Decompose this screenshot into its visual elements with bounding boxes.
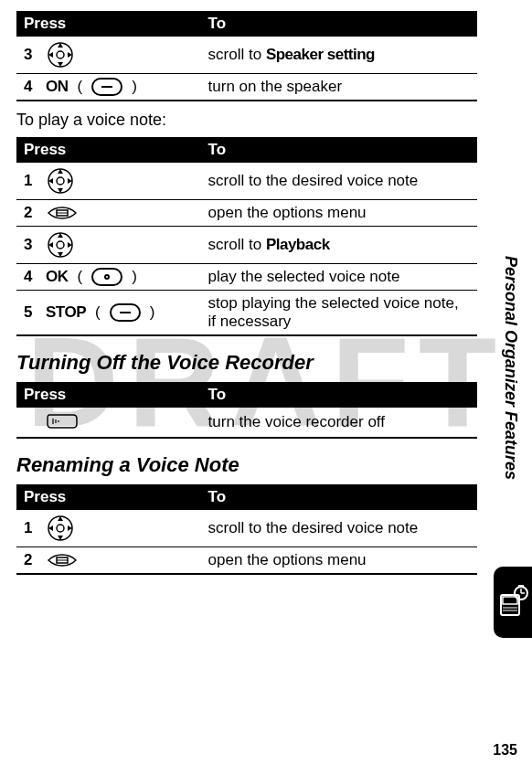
table-row: 4 ON ( ) turn on the speaker: [16, 74, 477, 101]
svg-point-15: [57, 241, 64, 249]
col-to: To: [201, 11, 477, 37]
step-number: 2: [24, 551, 37, 569]
action-text: scroll to: [208, 236, 266, 253]
step-number: 3: [24, 46, 37, 64]
step-number: 4: [24, 268, 37, 286]
action-text: scroll to the desired voice note: [201, 163, 477, 200]
nav-4way-icon: [46, 40, 75, 69]
step-number: 2: [24, 204, 37, 222]
softkey-label: OK: [46, 268, 69, 286]
step-number: 1: [24, 519, 37, 537]
svg-rect-32: [503, 597, 517, 604]
section-title-vertical: Personal Organizer Features: [501, 256, 520, 480]
paren: ): [132, 78, 137, 96]
paren: ): [150, 303, 155, 322]
table-row: 1 scroll to the desired voice note: [16, 163, 477, 200]
paren: (: [78, 268, 83, 286]
play-intro-text: To play a voice note:: [16, 111, 477, 130]
nav-4way-icon: [46, 166, 75, 196]
action-text: turn the voice recorder off: [201, 408, 477, 438]
table-row: 4 OK ( ) play the selected voice note: [16, 264, 477, 291]
action-text: play the selected voice note: [201, 264, 477, 291]
col-to: To: [201, 382, 477, 408]
instruction-table-3: Press To turn the voice recorder off: [16, 382, 477, 439]
action-text: scroll to: [208, 46, 266, 63]
table-row: 1 scroll to the desired voice note: [16, 510, 477, 547]
instruction-table-4: Press To 1 scroll to the desired voice n…: [16, 484, 477, 575]
table-row: 5 STOP ( ) stop playing the selected voi…: [16, 291, 477, 336]
page-content: Press To 3 scroll to Speaker setting: [0, 0, 532, 593]
svg-point-24: [57, 525, 64, 532]
table-row: 3 scroll to Speaker setting: [16, 37, 477, 74]
action-text: turn on the speaker: [201, 74, 477, 101]
menu-icon: [46, 205, 79, 221]
col-to: To: [201, 484, 477, 510]
col-press: Press: [16, 137, 201, 163]
step-number: 1: [24, 172, 37, 190]
voice-key-icon: [46, 411, 79, 433]
heading-turn-off: Turning Off the Voice Recorder: [16, 351, 477, 375]
softkey-label: STOP: [46, 303, 86, 322]
col-press: Press: [16, 11, 201, 37]
nav-4way-icon: [46, 230, 75, 260]
paren: ): [132, 268, 137, 286]
action-text: scroll to the desired voice note: [201, 510, 477, 547]
softkey-right-icon: [110, 303, 141, 322]
section-tab-icon: [494, 567, 532, 638]
svg-point-7: [57, 177, 64, 185]
table-row: 2 open the options menu: [16, 547, 477, 575]
paren: (: [95, 303, 101, 322]
nav-4way-icon: [46, 514, 75, 543]
action-text: stop playing the selected voice note, if…: [201, 291, 477, 336]
instruction-table-2: Press To 1 scroll to the desired voice n…: [16, 137, 477, 336]
step-number: 4: [24, 78, 37, 96]
col-to: To: [201, 137, 477, 163]
menu-icon: [46, 552, 79, 568]
step-number: 3: [24, 236, 37, 254]
table-row: turn the voice recorder off: [16, 408, 477, 438]
col-press: Press: [16, 382, 201, 408]
action-text: open the options menu: [201, 547, 477, 575]
svg-point-1: [57, 51, 64, 58]
instruction-table-1: Press To 3 scroll to Speaker setting: [16, 11, 477, 101]
softkey-label: ON: [46, 78, 69, 96]
col-press: Press: [16, 484, 201, 510]
heading-rename: Renaming a Voice Note: [16, 453, 477, 477]
softkey-center-icon: [91, 268, 122, 286]
menu-item: Speaker setting: [266, 46, 375, 63]
paren: (: [78, 78, 83, 96]
softkey-right-icon: [91, 78, 122, 96]
side-bar: Personal Organizer Features: [488, 0, 532, 764]
table-row: 2 open the options menu: [16, 200, 477, 227]
table-row: 3 scroll to Playback: [16, 227, 477, 264]
action-text: open the options menu: [201, 200, 477, 227]
menu-item: Playback: [266, 236, 330, 253]
step-number: 5: [24, 303, 37, 322]
